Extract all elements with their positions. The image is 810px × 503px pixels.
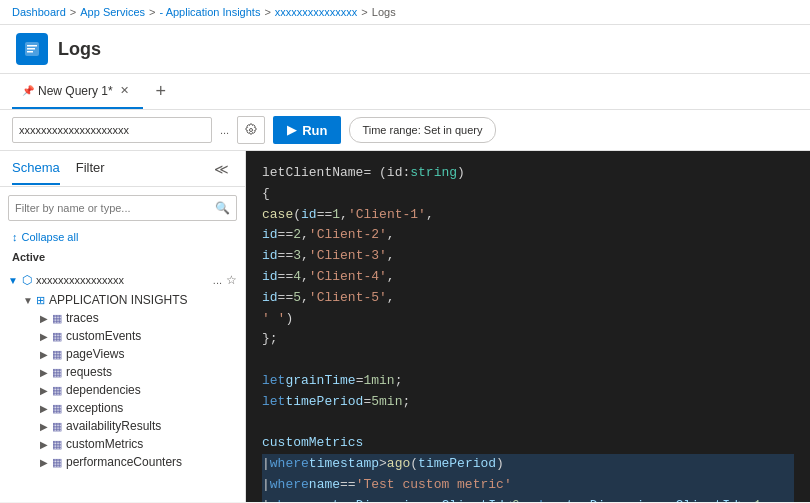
breadcrumb-app-insights[interactable]: - Application Insights (160, 6, 261, 18)
app-insights-group[interactable]: ▼ ⊞ APPLICATION INSIGHTS (0, 291, 245, 309)
tree-item-availabilityresults[interactable]: ▶ ▦ availabilityResults (0, 417, 245, 435)
table-icon: ▦ (52, 438, 62, 451)
chevron-icon: ▶ (36, 439, 52, 450)
item-label: customMetrics (66, 437, 143, 451)
chevron-icon: ▶ (36, 457, 52, 468)
chevron-icon: ▶ (36, 385, 52, 396)
tab-label: New Query 1* (38, 84, 113, 98)
schema-search-input[interactable] (15, 202, 215, 214)
chevron-down-icon: ▼ (8, 275, 18, 286)
item-label: dependencies (66, 383, 141, 397)
resource-row: ▼ ⬡ xxxxxxxxxxxxxxxx ... ☆ (0, 269, 245, 291)
pin-icon: 📌 (22, 85, 34, 96)
code-line-3: case( id == 1, 'Client-1', (262, 205, 794, 226)
item-label: exceptions (66, 401, 123, 415)
run-button[interactable]: ▶ Run (273, 116, 341, 144)
tree-item-exceptions[interactable]: ▶ ▦ exceptions (0, 399, 245, 417)
tree-item-traces[interactable]: ▶ ▦ traces (0, 309, 245, 327)
table-icon: ▦ (52, 402, 62, 415)
code-line-1: let ClientName = ( id:string ) (262, 163, 794, 184)
page-header: Logs (0, 25, 810, 74)
ellipsis-label: ... (220, 124, 229, 136)
breadcrumb-dashboard[interactable]: Dashboard (12, 6, 66, 18)
table-icon: ▦ (52, 330, 62, 343)
resource-selector[interactable] (12, 117, 212, 143)
chevron-icon: ▶ (36, 403, 52, 414)
chevron-icon: ▶ (36, 421, 52, 432)
code-line-13 (262, 413, 794, 434)
breadcrumb-app-services[interactable]: App Services (80, 6, 145, 18)
schema-filter-tabs: Schema Filter ≪ (0, 151, 245, 187)
group-chevron-icon: ▼ (20, 295, 36, 306)
code-line-5: id == 3, 'Client-3', (262, 246, 794, 267)
collapse-all-button[interactable]: ↕ Collapse all (0, 229, 245, 245)
code-line-8: ' ') (262, 309, 794, 330)
item-label: traces (66, 311, 99, 325)
table-icon: ▦ (52, 384, 62, 397)
item-label: availabilityResults (66, 419, 161, 433)
collapse-panel-button[interactable]: ≪ (209, 157, 233, 181)
collapse-all-icon: ↕ (12, 231, 18, 243)
code-line-7: id == 5, 'Client-5', (262, 288, 794, 309)
svg-rect-2 (27, 48, 35, 50)
table-icon: ⊞ (36, 294, 45, 307)
item-label: customEvents (66, 329, 141, 343)
search-box: 🔍 (8, 195, 237, 221)
group-label: APPLICATION INSIGHTS (49, 293, 187, 307)
add-tab-button[interactable]: + (147, 78, 175, 106)
editor-panel[interactable]: let ClientName = ( id:string ) { case( i… (246, 151, 810, 502)
chevron-icon: ▶ (36, 313, 52, 324)
code-line-15: | where timestamp > ago(timePeriod) (262, 454, 794, 475)
resource-star-icon[interactable]: ☆ (226, 273, 237, 287)
resource-more-button[interactable]: ... (213, 274, 222, 286)
collapse-all-label: Collapse all (22, 231, 79, 243)
tree-item-customevents[interactable]: ▶ ▦ customEvents (0, 327, 245, 345)
code-line-14: customMetrics (262, 433, 794, 454)
chevron-icon: ▶ (36, 349, 52, 360)
toolbar: ... ▶ Run Time range: Set in query (0, 110, 810, 151)
tabs-bar: 📌 New Query 1* ✕ + (0, 74, 810, 110)
code-line-17: | where customDimensions.ClientId < 6 an… (262, 496, 794, 502)
table-icon: ▦ (52, 456, 62, 469)
breadcrumb-current: Logs (372, 6, 396, 18)
resource-name-label: xxxxxxxxxxxxxxxx (36, 274, 209, 286)
code-line-10 (262, 350, 794, 371)
svg-rect-3 (27, 51, 33, 53)
resource-icon: ⬡ (22, 273, 32, 287)
svg-point-4 (250, 129, 253, 132)
code-line-2: { (262, 184, 794, 205)
tab-new-query[interactable]: 📌 New Query 1* ✕ (12, 74, 143, 109)
page-title: Logs (58, 39, 101, 60)
tree-item-requests[interactable]: ▶ ▦ requests (0, 363, 245, 381)
code-line-16: | where name == 'Test custom metric' (262, 475, 794, 496)
table-icon: ▦ (52, 312, 62, 325)
tree-item-dependencies[interactable]: ▶ ▦ dependencies (0, 381, 245, 399)
search-icon: 🔍 (215, 201, 230, 215)
item-label: pageViews (66, 347, 125, 361)
code-line-11: let grainTime = 1min; (262, 371, 794, 392)
tree-item-custommetrics[interactable]: ▶ ▦ customMetrics (0, 435, 245, 453)
svg-rect-1 (27, 45, 37, 47)
schema-tree: ▶ ▦ traces ▶ ▦ customEvents ▶ ▦ pageView… (0, 309, 245, 502)
left-panel: Schema Filter ≪ 🔍 ↕ Collapse all Active … (0, 151, 246, 502)
table-icon: ▦ (52, 348, 62, 361)
time-range-label: Time range: Set in query (362, 124, 482, 136)
chevron-icon: ▶ (36, 367, 52, 378)
code-line-4: id == 2, 'Client-2', (262, 225, 794, 246)
table-icon: ▦ (52, 420, 62, 433)
tab-filter[interactable]: Filter (76, 152, 105, 185)
item-label: performanceCounters (66, 455, 182, 469)
tab-schema[interactable]: Schema (12, 152, 60, 185)
run-icon: ▶ (287, 123, 296, 137)
time-range-selector[interactable]: Time range: Set in query (349, 117, 495, 143)
run-label: Run (302, 123, 327, 138)
tab-close-button[interactable]: ✕ (117, 83, 133, 99)
main-content: Schema Filter ≪ 🔍 ↕ Collapse all Active … (0, 151, 810, 502)
item-label: requests (66, 365, 112, 379)
tree-item-performancecounters[interactable]: ▶ ▦ performanceCounters (0, 453, 245, 471)
tree-item-pageviews[interactable]: ▶ ▦ pageViews (0, 345, 245, 363)
breadcrumb-resource[interactable]: xxxxxxxxxxxxxxx (275, 6, 358, 18)
code-line-6: id == 4, 'Client-4', (262, 267, 794, 288)
logs-icon (16, 33, 48, 65)
settings-button[interactable] (237, 116, 265, 144)
